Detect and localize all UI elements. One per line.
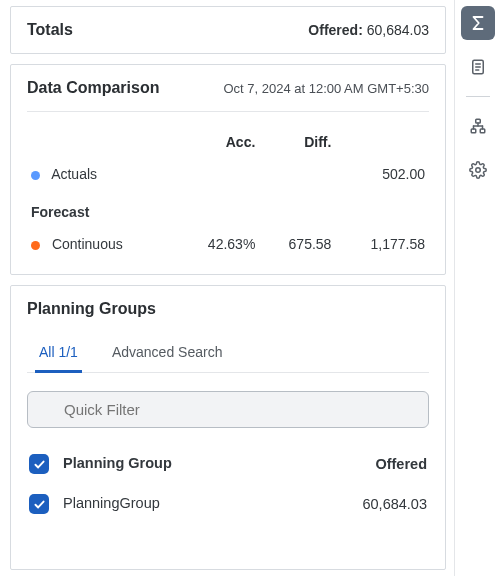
totals-offered-value: 60,684.03 [367, 22, 429, 38]
sigma-button[interactable] [461, 6, 495, 40]
gear-icon [469, 161, 487, 179]
document-icon [469, 58, 487, 76]
sidebar-divider [466, 96, 490, 97]
hierarchy-button[interactable] [461, 109, 495, 143]
actuals-dot-icon [31, 171, 40, 180]
planning-groups-title: Planning Groups [27, 300, 429, 318]
tab-advanced-search[interactable]: Advanced Search [108, 336, 227, 373]
row-offered-value: 60,684.03 [301, 484, 429, 524]
data-comparison-table: Acc. Diff. Actuals 502.00 Forecast [27, 126, 429, 260]
sigma-icon [469, 14, 487, 32]
col-offered-header: Offered [301, 444, 429, 484]
planning-groups-table: Planning Group Offered PlanningGroup 60,… [27, 444, 429, 524]
continuous-label: Continuous [52, 236, 123, 252]
forecast-section: Forecast [27, 190, 429, 228]
data-comparison-panel: Data Comparison Oct 7, 2024 at 12:00 AM … [10, 64, 446, 275]
continuous-dot-icon [31, 241, 40, 250]
svg-point-13 [475, 168, 480, 173]
planning-tabs: All 1/1 Advanced Search [27, 336, 429, 373]
actuals-row: Actuals 502.00 [27, 158, 429, 190]
col-planning-group-header: Planning Group [63, 455, 172, 471]
continuous-diff: 675.58 [259, 228, 335, 260]
hierarchy-icon [469, 117, 487, 135]
row-checkbox[interactable] [29, 494, 49, 514]
continuous-value: 1,177.58 [335, 228, 429, 260]
totals-panel: Totals Offered: 60,684.03 [10, 6, 446, 54]
tab-all[interactable]: All 1/1 [35, 336, 82, 373]
forecast-label: Forecast [27, 190, 429, 228]
data-comparison-title: Data Comparison [27, 79, 159, 97]
totals-title: Totals [27, 21, 73, 39]
data-comparison-timestamp: Oct 7, 2024 at 12:00 AM GMT+5:30 [223, 81, 429, 96]
select-all-checkbox[interactable] [29, 454, 49, 474]
table-row: PlanningGroup 60,684.03 [27, 484, 429, 524]
totals-offered: Offered: 60,684.03 [308, 22, 429, 38]
row-planning-group-name: PlanningGroup [63, 495, 160, 511]
actuals-value: 502.00 [335, 158, 429, 190]
quick-filter-input[interactable] [27, 391, 429, 428]
col-diff-header: Diff. [259, 126, 335, 158]
document-button[interactable] [461, 50, 495, 84]
continuous-row: Continuous 42.63% 675.58 1,177.58 [27, 228, 429, 260]
settings-button[interactable] [461, 153, 495, 187]
col-acc-header: Acc. [176, 126, 259, 158]
totals-offered-label: Offered: [308, 22, 362, 38]
continuous-acc: 42.63% [176, 228, 259, 260]
planning-groups-panel: Planning Groups All 1/1 Advanced Search [10, 285, 446, 570]
actuals-label: Actuals [51, 166, 97, 182]
right-sidebar [454, 0, 500, 576]
